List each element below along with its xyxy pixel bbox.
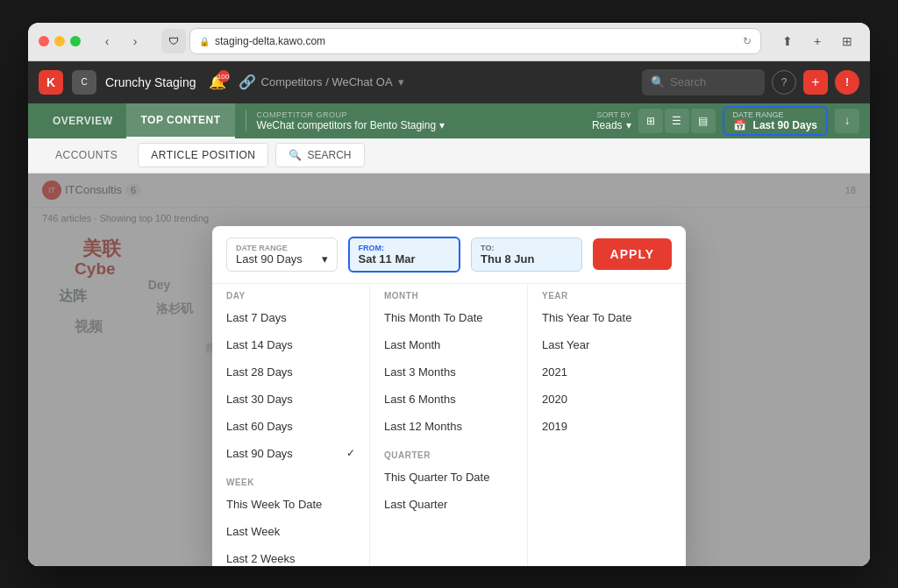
back-button[interactable]: ‹ — [95, 29, 119, 53]
calendar-icon: 📅 — [733, 119, 746, 131]
download-button[interactable]: ↓ — [835, 109, 859, 133]
option-last-month[interactable]: Last Month — [370, 331, 527, 358]
maximize-button[interactable] — [70, 36, 81, 46]
option-this-year-to-date[interactable]: This Year To Date — [528, 304, 686, 331]
modal-overlay: Date Range Last 90 Days ▾ From: Sat 11 M… — [28, 174, 870, 566]
new-tab-button[interactable]: + — [805, 29, 830, 53]
option-last-week[interactable]: Last Week — [212, 518, 369, 545]
chevron-icon: ▾ — [439, 119, 445, 131]
search-icon: 🔍 — [651, 75, 665, 89]
modal-header: Date Range Last 90 Days ▾ From: Sat 11 M… — [212, 226, 686, 284]
sub-tab-accounts[interactable]: Accounts — [42, 143, 131, 167]
reload-icon[interactable]: ↻ — [743, 35, 752, 47]
grid-view-button[interactable]: ⊞ — [638, 109, 663, 133]
apply-button[interactable]: APPLY — [593, 238, 672, 270]
search-container: 🔍 — [642, 69, 765, 96]
quarter-header: Quarter — [370, 443, 527, 464]
option-last-year[interactable]: Last Year — [528, 331, 686, 358]
date-range-value: 📅 Last 90 Days — [733, 119, 817, 131]
date-range-modal: Date Range Last 90 Days ▾ From: Sat 11 M… — [212, 226, 686, 566]
option-2021[interactable]: 2021 — [528, 358, 686, 386]
to-label: To: — [481, 244, 573, 252]
option-last-90-days[interactable]: Last 90 Days ✓ — [212, 440, 369, 467]
grid-button[interactable]: ⊞ — [835, 29, 859, 53]
option-last-30-days[interactable]: Last 30 Days — [212, 386, 369, 413]
from-label: From: — [359, 244, 451, 252]
date-range-label: Date Range — [733, 110, 784, 119]
breadcrumb-chevron[interactable]: ▾ — [398, 75, 404, 89]
competitor-group-label: Competitor Group — [257, 110, 445, 119]
date-range-button[interactable]: Date Range 📅 Last 90 Days — [723, 106, 828, 136]
sub-nav: Accounts Article Position 🔍 Search — [28, 138, 870, 174]
sort-button[interactable]: Sort By Reads ▾ — [592, 110, 631, 131]
tab-security-icon: 🛡 — [161, 29, 186, 53]
month-quarter-column: Month This Month To Date Last Month Last… — [370, 284, 528, 566]
minimize-button[interactable] — [54, 36, 65, 46]
lock-icon: 🔒 — [199, 37, 210, 46]
sort-chevron-icon: ▾ — [626, 119, 631, 131]
option-last-quarter[interactable]: Last Quarter — [370, 491, 527, 518]
to-value: Thu 8 Jun — [481, 252, 573, 266]
address-bar[interactable]: 🔒 staging-delta.kawo.com ↻ — [189, 28, 761, 54]
week-header: Week — [212, 471, 369, 491]
month-header: Month — [370, 284, 527, 304]
date-range-select[interactable]: Date Range Last 90 Days ▾ — [226, 237, 338, 272]
help-button[interactable]: ? — [772, 70, 796, 95]
option-last-14-days[interactable]: Last 14 Days — [212, 331, 369, 358]
option-2020[interactable]: 2020 — [528, 386, 686, 413]
app-header: K C Crunchy Staging 🔔 100 🔗 Competitors … — [28, 61, 870, 103]
year-column: Year This Year To Date Last Year 2021 20… — [528, 284, 686, 566]
close-button[interactable] — [39, 36, 49, 46]
sort-value: Reads ▾ — [592, 119, 631, 131]
browser-titlebar: ‹ › 🛡 🔒 staging-delta.kawo.com ↻ ⬆ + ⊞ — [28, 23, 870, 61]
option-this-quarter-to-date[interactable]: This Quarter To Date — [370, 464, 527, 491]
date-to-button[interactable]: To: Thu 8 Jun — [471, 237, 582, 272]
year-header: Year — [528, 284, 686, 304]
day-week-column: Day Last 7 Days Last 14 Days Last 28 Day… — [212, 284, 370, 566]
nav-tab-overview[interactable]: Overview — [39, 103, 126, 138]
option-last-12-months[interactable]: Last 12 Months — [370, 413, 527, 440]
nav-bar: Overview Top Content Competitor Group We… — [28, 103, 870, 138]
option-last-3-months[interactable]: Last 3 Months — [370, 358, 527, 386]
share-button[interactable]: ⬆ — [775, 29, 800, 53]
option-last-2-weeks[interactable]: Last 2 Weeks — [212, 545, 369, 566]
option-last-60-days[interactable]: Last 60 Days — [212, 413, 369, 440]
sub-search-button[interactable]: 🔍 Search — [275, 143, 364, 167]
content-area: IT ITConsultis 6 18 746 articles · Showi… — [28, 174, 870, 566]
search-icon-small: 🔍 — [289, 149, 302, 161]
option-last-28-days[interactable]: Last 28 Days — [212, 358, 369, 386]
competitor-group: Competitor Group WeChat competitors for … — [246, 110, 445, 131]
browser-nav: ‹ › — [95, 29, 147, 53]
breadcrumb: 🔗 Competitors / WeChat OA ▾ — [239, 74, 404, 90]
option-2019[interactable]: 2019 — [528, 413, 686, 440]
nav-tab-top-content[interactable]: Top Content — [126, 103, 234, 138]
url-text: staging-delta.kawo.com — [215, 35, 325, 47]
traffic-lights — [39, 36, 81, 46]
forward-button[interactable]: › — [123, 29, 147, 53]
browser-window: ‹ › 🛡 🔒 staging-delta.kawo.com ↻ ⬆ + ⊞ K… — [28, 23, 870, 566]
sort-label: Sort By — [596, 110, 631, 119]
user-avatar[interactable]: ! — [835, 70, 859, 95]
search-input[interactable] — [670, 75, 756, 89]
option-last-7-days[interactable]: Last 7 Days — [212, 304, 369, 331]
table-view-button[interactable]: ☰ — [665, 109, 689, 133]
date-range-select-value: Last 90 Days ▾ — [236, 252, 328, 266]
option-last-6-months[interactable]: Last 6 Months — [370, 386, 527, 413]
from-value: Sat 11 Mar — [359, 252, 451, 266]
date-from-button[interactable]: From: Sat 11 Mar — [348, 237, 461, 273]
option-this-month-to-date[interactable]: This Month To Date — [370, 304, 527, 331]
day-header: Day — [212, 284, 369, 304]
sub-tab-article-position[interactable]: Article Position — [138, 143, 268, 167]
option-this-week-to-date[interactable]: This Week To Date — [212, 491, 369, 518]
select-chevron-icon: ▾ — [322, 252, 328, 266]
tab-bar: 🛡 🔒 staging-delta.kawo.com ↻ — [161, 28, 761, 54]
app-name: Crunchy Staging — [105, 75, 196, 89]
notification-badge: 100 — [217, 70, 230, 82]
breadcrumb-path: Competitors / WeChat OA — [261, 75, 393, 89]
nav-right: Sort By Reads ▾ ⊞ ☰ ▤ Date Range 📅 Last … — [592, 106, 859, 136]
competitor-group-value[interactable]: WeChat competitors for Bento Staging ▾ — [257, 119, 445, 131]
date-range-select-label: Date Range — [236, 244, 328, 252]
add-button[interactable]: + — [803, 70, 828, 95]
chart-view-button[interactable]: ▤ — [691, 109, 716, 133]
notification-button[interactable]: 🔔 100 — [205, 70, 230, 94]
